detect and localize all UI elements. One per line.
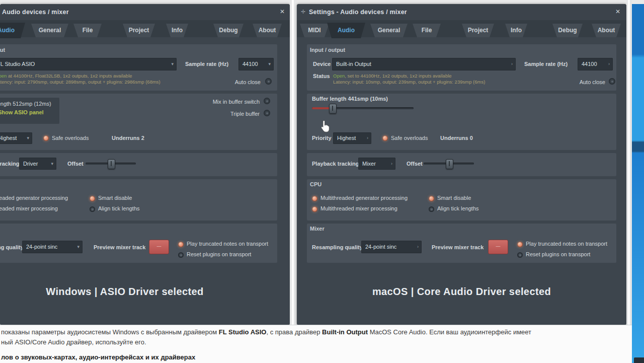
tab-midi[interactable]: MIDI [300,24,329,37]
show-asio-panel-link[interactable]: Show ASIO panel [0,109,44,115]
smart-disable-radio[interactable] [429,196,434,201]
tab-debug[interactable]: Debug [552,24,583,37]
multithreaded-mixer-label: Multithreaded mixer processing [320,205,397,211]
play-truncated-radio[interactable] [517,242,523,247]
close-icon[interactable]: ✕ [280,8,285,15]
footer-line-2: ный ASIO/Core Audio драйвер, используйте… [1,338,146,346]
sample-rate-dropdown[interactable]: 44100 ▾ [238,58,274,70]
chevron-down-icon: ▾ [268,58,271,70]
caption-macos: macOS | Core Audio Driver selected [297,286,626,298]
tab-about[interactable]: About [253,24,282,37]
auto-close-label: Auto close [580,79,605,85]
status-line-2: Latency: input: 2790smp, output: 2898smp… [0,79,160,85]
footer-line-1-text: MacOS Core Audio. Если ваш аудиоинтерфей… [368,328,531,336]
device-dropdown[interactable]: FL Studio ASIO ▾ [0,58,177,70]
chevron-down-icon: ▾ [51,158,53,170]
window-title: Audio devices / mixer [2,9,69,16]
resampling-quality-label: Resampling quality [0,244,24,250]
offset-slider-knob[interactable] [446,159,453,169]
footer-line-1: показаны параметры аудиосистемы Windows … [1,328,531,336]
cpu-section-title: CPU [310,181,321,187]
reset-plugins-label: Reset plugins on transport [526,251,590,257]
chevron-down-icon: ▾ [77,241,79,253]
auto-close-toggle[interactable] [609,78,615,85]
underruns-counter: Underruns 0 [440,135,473,141]
tab-project[interactable]: Project [462,24,494,37]
tab-general[interactable]: General [370,24,408,37]
reset-plugins-radio[interactable] [517,252,523,258]
reset-plugins-label: Reset plugins on transport [187,251,251,257]
priority-value: Highest [337,132,356,144]
mouse-cursor-hand [320,120,331,133]
status-line-1: Open at 44100Hz, Float32LSB, 1x2 outputs… [0,73,132,79]
tab-project[interactable]: Project [123,24,155,37]
safe-overloads-radio[interactable] [43,135,49,141]
titlebar: ✛ Settings - Audio devices / mixer ✕ [297,4,626,20]
close-icon[interactable]: ✕ [615,8,620,15]
resampling-dropdown[interactable]: 24-point sinc › [361,241,422,253]
tab-debug[interactable]: Debug [213,24,244,37]
auto-close-toggle[interactable] [265,78,272,85]
buffer-length-label: Buffer length 512smp (12ms) [0,101,51,107]
tab-info[interactable]: Info [505,24,527,37]
tab-bar: Audio General File Project Info Debug Ab… [0,20,290,37]
status-open: Open [0,73,7,79]
sample-rate-value: 44100 [243,58,258,70]
tab-info[interactable]: Info [166,24,188,37]
status-line-2: Latency: input: 10smp, output: 239smp, o… [333,79,485,85]
reset-plugins-radio[interactable] [178,252,184,258]
priority-label: Priority [312,135,332,141]
align-tick-label: Align tick lengths [437,205,479,211]
tab-about[interactable]: About [592,24,621,37]
safe-overloads-label: Safe overloads [391,135,428,141]
footer-note: показаны параметры аудиосистемы Windows … [0,325,632,363]
multithreaded-mixer-label: Multithreaded mixer processing [0,205,58,211]
window-title: Settings - Audio devices / mixer [309,9,407,16]
tab-file[interactable]: File [413,24,441,37]
resampling-value: 24-point sinc [365,241,396,253]
settings-window-macos: ✛ Settings - Audio devices / mixer ✕ MID… [297,4,626,325]
footer-line-1-bold-2: Built-in Output [322,328,368,336]
screen: Audio devices / mixer ✕ Audio General Fi… [0,0,644,363]
play-truncated-label: Play truncated notes on transport [526,241,607,247]
priority-dropdown[interactable]: Highest ▾ [0,132,32,144]
smart-disable-label: Smart disable [98,195,132,201]
align-tick-radio[interactable] [90,206,95,212]
sample-rate-label: Sample rate (Hz) [524,61,568,67]
device-dropdown[interactable]: Built-in Output › [332,58,516,70]
tab-audio[interactable]: Audio [327,23,365,38]
multithreaded-generator-radio[interactable] [312,196,317,201]
priority-dropdown[interactable]: Highest › [333,132,371,144]
chevron-down-icon: ▾ [27,132,29,144]
play-truncated-radio[interactable] [178,242,184,247]
tracking-dropdown[interactable]: Mixer › [358,158,395,170]
footer-line-3: лов о звуковых-картах, аудио-интерфейсах… [1,353,195,361]
safe-overloads-radio[interactable] [382,135,388,141]
smart-disable-label: Smart disable [437,195,471,201]
resampling-dropdown[interactable]: 24-point sinc ▾ [22,241,83,253]
buffer-slider-knob[interactable] [329,104,337,114]
triple-buffer-toggle[interactable] [264,110,270,116]
tab-general[interactable]: General [31,24,68,37]
play-truncated-label: Play truncated notes on transport [187,241,268,247]
preview-mixer-track-label: Preview mixer track [94,244,145,250]
tab-file[interactable]: File [73,24,102,37]
priority-value: Highest [0,132,17,144]
safe-overloads-label: Safe overloads [52,135,89,141]
tracking-dropdown[interactable]: Driver ▾ [19,158,56,170]
mix-in-buffer-toggle[interactable] [264,98,270,104]
smart-disable-radio[interactable] [90,196,95,201]
preview-mixer-track-label: Preview mixer track [432,244,484,250]
offset-slider-knob[interactable] [108,159,115,169]
desktop-corner-shape [634,357,644,363]
align-tick-radio[interactable] [429,206,434,212]
preview-mixer-track-button[interactable]: — [488,240,508,254]
window-edge-strip [626,0,632,363]
multithreaded-generator-label: Multithreaded generator processing [0,195,68,201]
chevron-right-icon: › [511,58,513,70]
offset-label: Offset [67,161,84,167]
multithreaded-mixer-radio[interactable] [312,206,317,212]
tab-audio[interactable]: Audio [0,23,25,38]
preview-mixer-track-button[interactable]: — [149,240,169,254]
sample-rate-dropdown[interactable]: 44100 › [578,58,613,70]
